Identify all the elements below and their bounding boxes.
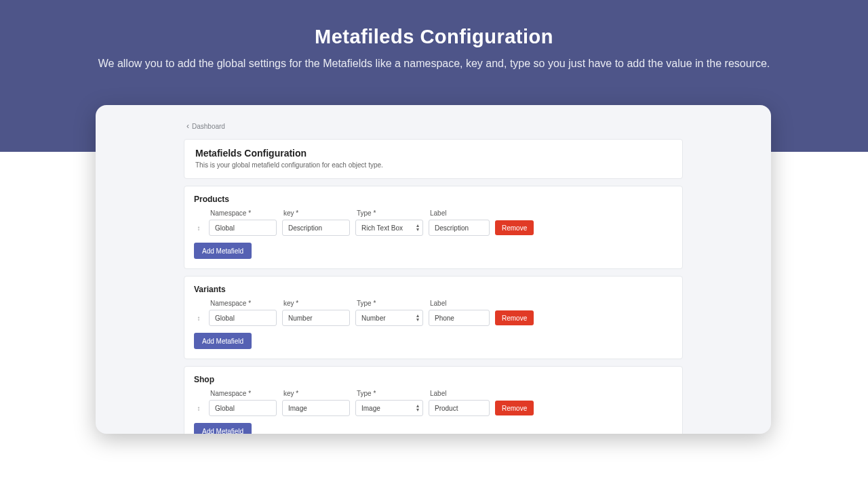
field-labels-row: Namespace * key * Type * Label — [194, 209, 673, 217]
namespace-input[interactable] — [209, 310, 277, 326]
section-products: Products Namespace * key * Type * Label … — [184, 186, 683, 269]
panel-header: Metafields Configuration This is your gl… — [184, 140, 682, 178]
panel-subtitle: This is your global metafield configurat… — [195, 161, 671, 169]
section-title: Variants — [194, 285, 673, 294]
add-metafield-button[interactable]: Add Metafield — [194, 243, 252, 259]
namespace-label: Namespace * — [210, 300, 278, 307]
key-input[interactable] — [282, 310, 350, 326]
field-row: ↕ ▴▾ Remove — [194, 310, 673, 326]
remove-button[interactable]: Remove — [495, 401, 534, 415]
page-title: Metafileds Configuration — [0, 26, 868, 48]
remove-button[interactable]: Remove — [495, 310, 534, 325]
drag-handle-icon[interactable]: ↕ — [194, 314, 203, 322]
panel-title: Metafields Configuration — [195, 148, 671, 159]
key-label: key * — [283, 300, 351, 307]
field-row: ↕ ▴▾ Remove — [194, 400, 673, 416]
config-panel: Metafields Configuration This is your gl… — [184, 139, 683, 179]
type-label: Type * — [357, 209, 425, 217]
drag-handle-icon[interactable]: ↕ — [194, 224, 203, 232]
label-input[interactable] — [429, 310, 490, 326]
remove-button[interactable]: Remove — [495, 220, 534, 235]
type-select[interactable] — [355, 310, 423, 326]
type-label: Type * — [357, 390, 425, 397]
key-input[interactable] — [282, 220, 350, 236]
typelabel-label: Label — [430, 209, 491, 217]
breadcrumb-label: Dashboard — [192, 123, 225, 130]
typelabel-label: Label — [430, 300, 491, 307]
app-card: ‹ Dashboard Metafields Configuration Thi… — [96, 105, 771, 434]
typelabel-label: Label — [430, 390, 491, 397]
namespace-input[interactable] — [209, 400, 277, 416]
chevron-left-icon: ‹ — [186, 121, 189, 131]
type-label: Type * — [357, 300, 425, 307]
field-labels-row: Namespace * key * Type * Label — [194, 300, 673, 307]
drag-handle-icon[interactable]: ↕ — [194, 405, 203, 412]
breadcrumb[interactable]: ‹ Dashboard — [184, 121, 683, 131]
add-metafield-button[interactable]: Add Metafield — [194, 423, 252, 434]
field-labels-row: Namespace * key * Type * Label — [194, 390, 673, 397]
key-input[interactable] — [282, 400, 350, 416]
label-input[interactable] — [429, 220, 490, 236]
namespace-label: Namespace * — [210, 390, 278, 397]
namespace-label: Namespace * — [210, 209, 278, 217]
section-title: Products — [194, 195, 673, 204]
section-title: Shop — [194, 375, 673, 384]
field-row: ↕ ▴▾ Remove — [194, 220, 673, 236]
key-label: key * — [283, 209, 351, 217]
section-variants: Variants Namespace * key * Type * Label … — [184, 276, 683, 359]
section-shop: Shop Namespace * key * Type * Label ↕ ▴▾ — [184, 366, 683, 434]
key-label: key * — [283, 390, 351, 397]
page-subtitle: We allow you to add the global settings … — [0, 58, 868, 70]
add-metafield-button[interactable]: Add Metafield — [194, 333, 252, 349]
type-select[interactable] — [355, 220, 423, 236]
label-input[interactable] — [429, 400, 490, 416]
type-select[interactable] — [355, 400, 423, 416]
namespace-input[interactable] — [209, 220, 277, 236]
